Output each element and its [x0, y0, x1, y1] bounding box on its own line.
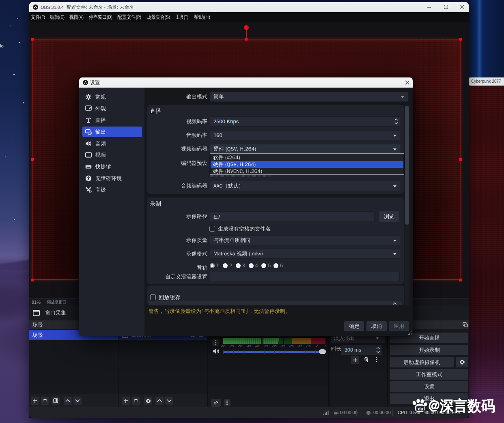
svg-text:du: du — [418, 406, 423, 411]
